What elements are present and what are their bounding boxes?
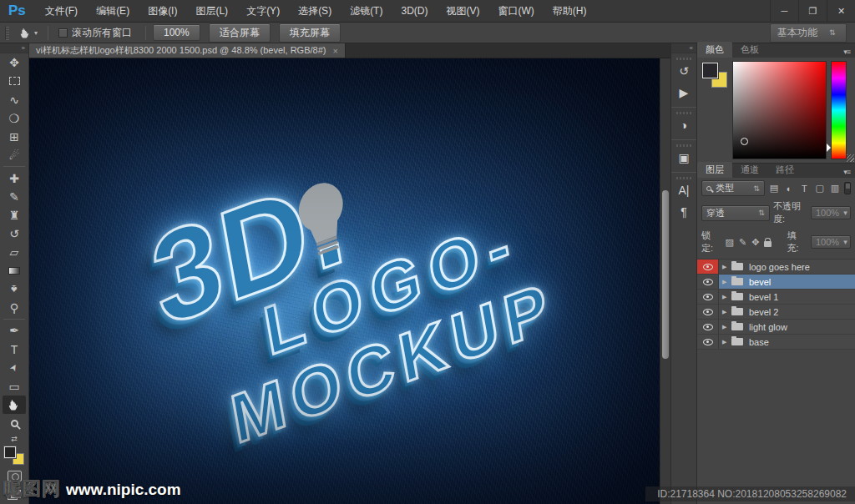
move-tool[interactable]: ✥ xyxy=(3,53,26,72)
filter-kind-select[interactable]: 类型 ⇅ xyxy=(701,180,765,196)
lock-transparent-icon[interactable]: ▨ xyxy=(726,237,734,248)
quick-selection-tool[interactable]: ❍ xyxy=(3,109,26,128)
filter-pixel-button[interactable]: ▤ xyxy=(768,182,780,195)
tab-layers[interactable]: 图层 xyxy=(697,162,732,178)
eyedropper-tool[interactable]: ☄ xyxy=(3,146,26,164)
properties-panel-button[interactable]: ▣ xyxy=(673,147,695,169)
scroll-all-windows-checkbox[interactable] xyxy=(58,28,68,38)
menu-3d[interactable]: 3D(D) xyxy=(392,0,437,22)
menu-image[interactable]: 图像(I) xyxy=(139,0,186,22)
foreground-swatch[interactable] xyxy=(702,63,718,78)
lock-paint-icon[interactable]: ✎ xyxy=(739,237,746,248)
lock-position-icon[interactable]: ✥ xyxy=(751,237,759,248)
layer-row-bevel[interactable]: ▶ bevel xyxy=(697,275,855,290)
filter-shape-button[interactable]: ▢ xyxy=(814,182,826,195)
foreground-swatch[interactable] xyxy=(4,446,16,458)
hand-tool[interactable] xyxy=(3,396,26,414)
minimize-button[interactable]: ─ xyxy=(770,0,798,22)
hue-slider[interactable] xyxy=(831,61,847,159)
close-button[interactable]: ✕ xyxy=(827,0,855,22)
layer-row-bevel-2[interactable]: ▶ bevel 2 xyxy=(697,305,855,320)
gradient-tool[interactable] xyxy=(3,262,26,280)
vertical-scrollbar[interactable] xyxy=(660,58,670,504)
layer-row-base[interactable]: ▶ base xyxy=(697,335,855,350)
character-panel-button[interactable]: A| xyxy=(673,179,695,201)
toolbar-collapse[interactable]: » xyxy=(0,43,28,53)
panel-menu-icon[interactable]: ▾≡ xyxy=(838,48,855,58)
expand-triangle-icon[interactable]: ▶ xyxy=(722,264,729,270)
tab-paths[interactable]: 路径 xyxy=(767,162,802,178)
foreground-background-swatches[interactable] xyxy=(3,446,26,467)
menu-edit[interactable]: 编辑(E) xyxy=(87,0,139,22)
expand-triangle-icon[interactable]: ▶ xyxy=(722,294,729,300)
menu-layer[interactable]: 图层(L) xyxy=(186,0,237,22)
visibility-cell[interactable] xyxy=(697,335,719,349)
menu-view[interactable]: 视图(V) xyxy=(437,0,488,22)
hand-tool-preset[interactable]: ▾ xyxy=(16,27,41,39)
filter-switch[interactable] xyxy=(844,182,851,194)
layer-row-bevel-1[interactable]: ▶ bevel 1 xyxy=(697,290,855,305)
fit-screen-button[interactable]: 适合屏幕 xyxy=(209,23,271,43)
saturation-brightness-field[interactable] xyxy=(732,61,827,159)
history-brush-tool[interactable]: ↺ xyxy=(3,224,26,243)
eraser-tool[interactable]: ▱ xyxy=(3,243,26,261)
canvas-viewport[interactable]: 3D. LOGO- MOCKUP xyxy=(29,58,660,504)
path-selection-tool[interactable]: ➤ xyxy=(3,359,26,377)
hue-cursor-icon[interactable] xyxy=(827,144,835,152)
menu-select[interactable]: 选择(S) xyxy=(289,0,341,22)
resize-grip-icon[interactable] xyxy=(847,154,854,162)
blur-tool[interactable]: ♠ xyxy=(3,280,26,299)
fill-screen-button[interactable]: 填充屏幕 xyxy=(279,23,341,43)
menu-window[interactable]: 窗口(W) xyxy=(488,0,543,22)
clone-stamp-tool[interactable]: ♜ xyxy=(3,206,26,224)
visibility-cell[interactable] xyxy=(697,320,719,334)
pen-tool[interactable]: ✒ xyxy=(3,321,26,340)
menu-file[interactable]: 文件(F) xyxy=(36,0,87,22)
expand-triangle-icon[interactable]: ▶ xyxy=(722,339,729,345)
adjustments-panel-button[interactable]: ◑ xyxy=(673,114,695,136)
opacity-select[interactable]: 100% ▾ xyxy=(811,206,851,219)
options-grip[interactable] xyxy=(5,26,9,40)
filter-adjustment-button[interactable]: ◐ xyxy=(783,182,795,195)
expand-triangle-icon[interactable]: ▶ xyxy=(722,279,729,285)
lock-all-icon[interactable] xyxy=(764,241,772,247)
color-cursor[interactable] xyxy=(741,138,748,145)
zoom-100-button[interactable]: 100% xyxy=(153,24,200,41)
tab-channels[interactable]: 通道 xyxy=(732,162,767,178)
visibility-cell[interactable] xyxy=(697,275,719,289)
fill-select[interactable]: 100% ▾ xyxy=(811,235,851,249)
expand-triangle-icon[interactable]: ▶ xyxy=(722,309,729,315)
menu-type[interactable]: 文字(Y) xyxy=(237,0,289,22)
expand-triangle-icon[interactable]: ▶ xyxy=(722,324,729,330)
shape-tool[interactable]: ▭ xyxy=(3,377,26,396)
menu-help[interactable]: 帮助(H) xyxy=(544,0,596,22)
panel-menu-icon[interactable]: ▾≡ xyxy=(838,168,855,178)
lasso-tool[interactable]: ∿ xyxy=(3,90,26,108)
layer-row-light-glow[interactable]: ▶ light glow xyxy=(697,320,855,335)
filter-smart-object-button[interactable]: ▥ xyxy=(829,182,841,195)
maximize-button[interactable]: ❐ xyxy=(798,0,827,22)
crop-tool[interactable]: ⊞ xyxy=(3,128,26,146)
layer-row-logo-goes-here[interactable]: ▶ logo goes here xyxy=(697,260,855,275)
visibility-cell[interactable] xyxy=(697,260,719,274)
marquee-tool[interactable] xyxy=(3,72,26,90)
actions-panel-button[interactable]: ▶ xyxy=(673,82,695,103)
zoom-tool[interactable] xyxy=(3,414,26,432)
blend-mode-select[interactable]: 穿透 ⇅ xyxy=(701,205,770,221)
dock-collapse[interactable]: « xyxy=(671,43,696,53)
filter-type-button[interactable]: T xyxy=(798,182,810,195)
paragraph-panel-button[interactable]: ¶ xyxy=(673,201,695,223)
tab-color[interactable]: 颜色 xyxy=(697,42,732,58)
visibility-cell[interactable] xyxy=(697,305,719,319)
brush-tool[interactable]: ✎ xyxy=(3,188,26,206)
tab-swatches[interactable]: 色板 xyxy=(732,42,767,58)
workspace-switcher[interactable]: 基本功能 ⇅ xyxy=(770,23,847,43)
swap-colors[interactable]: ⇄ xyxy=(3,433,26,446)
dodge-tool[interactable]: ⚲ xyxy=(3,299,26,317)
scrollbar-thumb[interactable] xyxy=(662,190,669,359)
visibility-cell[interactable] xyxy=(697,290,719,304)
type-tool[interactable]: T xyxy=(3,340,26,359)
healing-brush-tool[interactable]: ✚ xyxy=(3,169,26,187)
tab-close-icon[interactable]: × xyxy=(332,46,337,56)
document-tab[interactable]: vi样机标志样机logo样机8300 2000 1500.psd @ 48.8%… xyxy=(29,43,346,58)
